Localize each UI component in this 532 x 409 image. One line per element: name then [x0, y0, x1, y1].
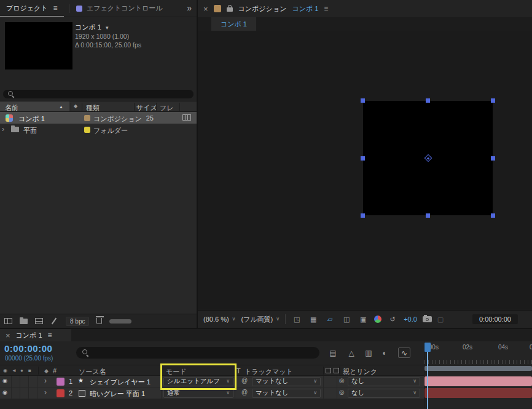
pick-whip-icon[interactable]: @: [241, 378, 248, 384]
column-name[interactable]: 名前 ▲: [0, 101, 69, 111]
selection-handle[interactable]: [426, 213, 430, 218]
track-matte-dropdown[interactable]: マットなし ∨: [252, 389, 321, 398]
flowchart-icon[interactable]: [4, 318, 12, 324]
column-source-name[interactable]: ソース名: [79, 367, 106, 376]
timeline-tab-comp-1[interactable]: × コンポ 1 ≡: [0, 329, 71, 341]
eye-icon[interactable]: ◉: [2, 390, 7, 395]
eye-icon[interactable]: ◉: [2, 378, 7, 384]
column-mode[interactable]: モード: [166, 367, 187, 376]
layer-label-swatch[interactable]: [57, 389, 65, 397]
project-search-input[interactable]: [3, 90, 194, 98]
preview-caret-icon[interactable]: ▾: [106, 25, 109, 31]
color-channels-icon[interactable]: [374, 316, 381, 323]
column-size[interactable]: サイズ: [136, 103, 157, 113]
audio-column-icon[interactable]: ◄: [12, 368, 17, 373]
column-frame-rate[interactable]: フレ: [160, 103, 174, 113]
time-ruler[interactable]: :00s 02s 04s 0: [424, 341, 532, 365]
label-column-icon[interactable]: ◆: [44, 368, 49, 374]
twirl-icon[interactable]: ›: [44, 377, 47, 384]
panel-menu-icon[interactable]: ≡: [324, 5, 328, 12]
adjustment-icon[interactable]: [50, 318, 58, 324]
region-of-interest-icon[interactable]: ◫: [341, 314, 352, 324]
selection-handle[interactable]: [361, 156, 365, 161]
comp-timecode[interactable]: 0:00:00:00: [472, 314, 518, 324]
color-depth-button[interactable]: 8 bpc: [66, 317, 89, 326]
project-row-comp[interactable]: コンポ 1 コンポジション 25: [0, 112, 197, 124]
timeline-tab-label: コンポ 1: [16, 331, 42, 340]
current-timecode[interactable]: 0:00:00:00: [4, 343, 52, 354]
parent-link-dropdown[interactable]: なし ∨: [348, 389, 420, 398]
track-matte-dropdown[interactable]: マットなし ∨: [252, 377, 321, 386]
parent-link-dropdown[interactable]: なし ∨: [348, 377, 420, 386]
lock-icon[interactable]: [227, 7, 233, 12]
show-snapshot-icon[interactable]: ▢: [437, 316, 444, 323]
zoom-dropdown[interactable]: (80.6 %) ∨: [203, 316, 235, 323]
frame-blend-icon[interactable]: ▥: [362, 347, 375, 358]
grid-options-icon[interactable]: ◳: [291, 314, 302, 324]
column-preserve-transparency[interactable]: T: [237, 367, 241, 375]
new-composition-icon[interactable]: [35, 318, 43, 324]
layer-duration-bar[interactable]: [424, 376, 532, 386]
tab-effect-controls[interactable]: エフェクトコントロール: [76, 0, 163, 17]
tab-project[interactable]: プロジェクト ≡: [0, 0, 64, 17]
twirl-icon[interactable]: ›: [2, 125, 4, 133]
layer-label-swatch[interactable]: [57, 378, 65, 386]
timeline-search-input[interactable]: [76, 347, 319, 359]
layer-row-2[interactable]: ◉ › 2 暗いグレー 平面 1 通常 ∨ @ マットなし ∨: [0, 387, 532, 399]
shape-layer-rect[interactable]: [363, 101, 493, 215]
close-icon[interactable]: ×: [203, 5, 208, 13]
layer-row-1[interactable]: ◉ › 1 ★ シェイプレイヤー 1 シルエットアルフ ∨ @ マットなし ∨: [0, 376, 532, 387]
solo-column-icon[interactable]: ●: [20, 368, 23, 373]
panel-menu-icon[interactable]: ≡: [48, 332, 52, 339]
switches-toggle-icon[interactable]: [326, 368, 331, 373]
panel-menu-icon[interactable]: ≡: [53, 4, 58, 12]
motion-blur-icon[interactable]: ◐: [378, 347, 391, 358]
label-chip[interactable]: [84, 115, 90, 121]
selection-handle[interactable]: [426, 98, 430, 103]
trash-icon[interactable]: [96, 318, 102, 324]
column-number[interactable]: #: [53, 367, 57, 375]
draft-3d-icon[interactable]: △: [345, 347, 358, 358]
resolution-dropdown[interactable]: (フル画質) ∨: [241, 315, 280, 324]
eye-column-icon[interactable]: ◉: [3, 368, 7, 373]
active-comp-name[interactable]: コンポ 1: [292, 4, 318, 14]
selection-handle[interactable]: [491, 213, 495, 218]
work-area-bar[interactable]: [424, 366, 532, 371]
panel-overflow-icon[interactable]: »: [187, 4, 192, 12]
layer-name[interactable]: 暗いグレー 平面 1: [90, 389, 145, 399]
graph-editor-icon[interactable]: ∿: [398, 347, 410, 358]
pick-whip-icon[interactable]: @: [241, 389, 248, 395]
modes-toggle-icon[interactable]: [334, 368, 339, 373]
selection-handle[interactable]: [361, 213, 365, 218]
selection-handle[interactable]: [491, 156, 495, 161]
transparency-grid-icon[interactable]: ▦: [308, 314, 319, 324]
layer-name[interactable]: シェイプレイヤー 1: [90, 378, 151, 387]
column-type[interactable]: 種類: [86, 103, 100, 113]
parent-pick-whip-icon[interactable]: ◎: [339, 378, 345, 384]
column-track-matte[interactable]: トラックマット: [244, 367, 293, 376]
horizontal-scrollbar[interactable]: [109, 319, 131, 324]
exposure-value[interactable]: +0.0: [404, 316, 417, 323]
label-column-icon[interactable]: ◆: [74, 104, 77, 109]
column-parent-link[interactable]: 親とリンク: [343, 367, 377, 376]
composition-viewer[interactable]: [198, 31, 532, 310]
label-chip[interactable]: [84, 127, 90, 133]
new-folder-icon[interactable]: [20, 319, 28, 324]
blend-mode-dropdown[interactable]: シルエットアルフ ∨: [163, 377, 233, 386]
parent-pick-whip-icon[interactable]: ◎: [339, 389, 345, 395]
anchor-point-icon[interactable]: [424, 154, 432, 162]
lock-column-icon[interactable]: ■: [28, 368, 31, 373]
mask-path-toggle-icon[interactable]: ▱: [324, 314, 335, 324]
twirl-icon[interactable]: ›: [44, 389, 47, 396]
snapshot-camera-icon[interactable]: [423, 316, 432, 322]
layer-duration-bar[interactable]: [424, 388, 532, 398]
selection-handle[interactable]: [361, 98, 365, 103]
rulers-icon[interactable]: ▣: [358, 314, 369, 324]
selection-handle[interactable]: [491, 98, 495, 103]
mini-flowchart-icon[interactable]: ▤: [327, 347, 339, 358]
tab-comp-1[interactable]: コンポ 1: [211, 17, 256, 31]
project-row-folder[interactable]: › 平面 フォルダー: [0, 124, 197, 135]
reset-exposure-icon[interactable]: ↺: [387, 314, 398, 324]
close-icon[interactable]: ×: [6, 332, 10, 340]
blend-mode-dropdown[interactable]: 通常 ∨: [163, 389, 233, 398]
